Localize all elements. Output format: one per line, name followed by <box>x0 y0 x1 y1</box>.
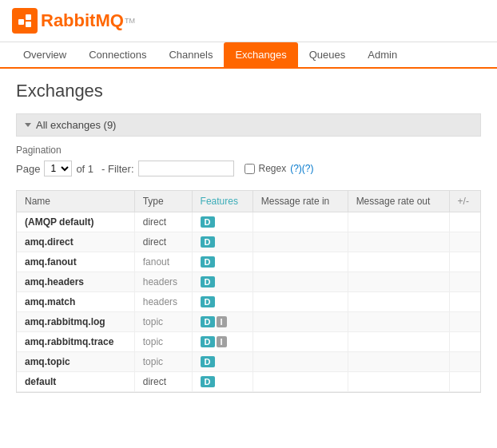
filter-label: - Filter: <box>101 163 133 175</box>
pagination-section: Pagination Page 1 of 1 - Filter: Regex (… <box>16 137 481 180</box>
page-title: Exchanges <box>16 81 481 101</box>
logo-tm: TM <box>125 17 135 25</box>
durable-badge: D <box>201 376 215 387</box>
nav-connections[interactable]: Connections <box>78 42 157 67</box>
cell-name: amq.fanout <box>17 252 134 272</box>
col-rate-in: Message rate in <box>252 191 348 212</box>
cell-rate-out <box>348 372 449 392</box>
cell-rate-out <box>348 352 449 372</box>
section-header[interactable]: All exchanges (9) <box>16 113 481 137</box>
cell-features: D <box>192 232 252 252</box>
table-row[interactable]: amq.topictopicD <box>17 352 480 372</box>
cell-plus-minus <box>449 372 480 392</box>
page-select[interactable]: 1 <box>44 161 72 176</box>
regex-label: Regex <box>259 163 287 174</box>
cell-plus-minus <box>449 272 480 292</box>
svg-rect-2 <box>26 22 31 27</box>
table-row[interactable]: amq.matchheadersD <box>17 292 480 312</box>
cell-type: topic <box>134 332 192 352</box>
cell-rate-in <box>252 212 348 232</box>
cell-features: D <box>192 272 252 292</box>
col-type: Type <box>134 191 192 212</box>
cell-name: amq.match <box>17 292 134 312</box>
pagination-controls: Page 1 of 1 - Filter: Regex (?)(?) <box>16 161 481 176</box>
col-name: Name <box>17 191 134 212</box>
main-nav: Overview Connections Channels Exchanges … <box>0 42 497 69</box>
regex-help-link[interactable]: (?)(?) <box>290 163 313 174</box>
cell-rate-in <box>252 332 348 352</box>
cell-name: (AMQP default) <box>17 212 134 232</box>
cell-features: DI <box>192 312 252 332</box>
cell-type: headers <box>134 292 192 312</box>
cell-features: D <box>192 352 252 372</box>
col-rate-out: Message rate out <box>348 191 449 212</box>
logo-text: RabbitMQ <box>41 10 124 31</box>
regex-checkbox[interactable] <box>245 164 255 174</box>
nav-overview[interactable]: Overview <box>12 42 78 67</box>
page-label: Page <box>16 163 40 175</box>
table-row[interactable]: amq.rabbitmq.logtopicDI <box>17 312 480 332</box>
cell-plus-minus <box>449 332 480 352</box>
table-row[interactable]: defaultdirectD <box>17 372 480 392</box>
exchanges-table-wrapper: Name Type Features Message rate in Messa… <box>16 190 481 393</box>
nav-exchanges[interactable]: Exchanges <box>224 42 297 67</box>
main-content: Exchanges All exchanges (9) Pagination P… <box>0 69 497 405</box>
durable-badge: D <box>201 296 215 307</box>
col-features: Features <box>192 191 252 212</box>
svg-rect-0 <box>18 19 24 25</box>
header: RabbitMQTM <box>0 0 497 42</box>
cell-plus-minus <box>449 352 480 372</box>
table-row[interactable]: amq.headersheadersD <box>17 272 480 292</box>
cell-features: D <box>192 252 252 272</box>
exchanges-table: Name Type Features Message rate in Messa… <box>17 191 480 392</box>
table-row[interactable]: amq.directdirectD <box>17 232 480 252</box>
table-row[interactable]: (AMQP default)directD <box>17 212 480 232</box>
cell-features: DI <box>192 332 252 352</box>
table-row[interactable]: amq.rabbitmq.tracetopicDI <box>17 332 480 352</box>
cell-name: amq.headers <box>17 272 134 292</box>
nav-queues[interactable]: Queues <box>298 42 357 67</box>
cell-rate-out <box>348 332 449 352</box>
cell-type: topic <box>134 352 192 372</box>
durable-badge: D <box>201 316 215 327</box>
logo: RabbitMQTM <box>12 8 135 34</box>
durable-badge: D <box>201 256 215 268</box>
of-text: of 1 <box>76 163 93 175</box>
internal-badge: I <box>217 316 227 327</box>
filter-input[interactable] <box>138 161 234 176</box>
cell-rate-out <box>348 272 449 292</box>
logo-icon <box>12 8 38 34</box>
cell-name: amq.topic <box>17 352 134 372</box>
cell-name: amq.rabbitmq.trace <box>17 332 134 352</box>
cell-name: amq.direct <box>17 232 134 252</box>
cell-name: default <box>17 372 134 392</box>
nav-admin[interactable]: Admin <box>356 42 408 67</box>
table-header-row: Name Type Features Message rate in Messa… <box>17 191 480 212</box>
nav-channels[interactable]: Channels <box>157 42 224 67</box>
cell-rate-out <box>348 252 449 272</box>
cell-plus-minus <box>449 312 480 332</box>
durable-badge: D <box>201 336 215 347</box>
cell-rate-in <box>252 312 348 332</box>
cell-features: D <box>192 292 252 312</box>
durable-badge: D <box>201 276 215 287</box>
section-arrow-icon <box>25 123 31 127</box>
cell-type: direct <box>134 232 192 252</box>
cell-rate-in <box>252 292 348 312</box>
table-row[interactable]: amq.fanoutfanoutD <box>17 252 480 272</box>
cell-plus-minus <box>449 252 480 272</box>
durable-badge: D <box>201 216 215 228</box>
cell-type: fanout <box>134 252 192 272</box>
svg-rect-1 <box>26 14 31 20</box>
cell-features: D <box>192 372 252 392</box>
cell-rate-out <box>348 292 449 312</box>
cell-rate-out <box>348 212 449 232</box>
cell-rate-in <box>252 352 348 372</box>
cell-rate-out <box>348 232 449 252</box>
cell-type: topic <box>134 312 192 332</box>
cell-plus-minus <box>449 292 480 312</box>
cell-plus-minus <box>449 212 480 232</box>
cell-rate-out <box>348 312 449 332</box>
cell-rate-in <box>252 252 348 272</box>
durable-badge: D <box>201 356 215 367</box>
